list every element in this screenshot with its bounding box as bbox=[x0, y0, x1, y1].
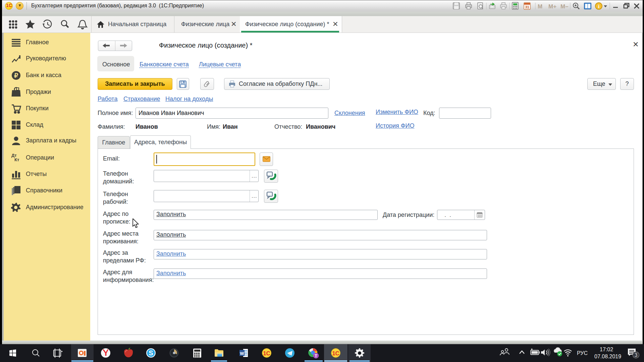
svg-text:17:02: 17:02 bbox=[600, 347, 613, 352]
svg-text:07.08.2019: 07.08.2019 bbox=[594, 354, 621, 359]
svg-text:1С: 1С bbox=[263, 350, 270, 357]
svg-text:₽: ₽ bbox=[14, 72, 18, 79]
svg-text:31: 31 bbox=[525, 5, 529, 9]
svg-text:i: i bbox=[598, 4, 599, 9]
svg-text:W: W bbox=[240, 351, 244, 356]
svg-text:1С: 1С bbox=[332, 350, 339, 357]
svg-text:S: S bbox=[149, 349, 153, 357]
svg-text:3: 3 bbox=[635, 352, 638, 358]
svg-text:РУС: РУС bbox=[577, 350, 588, 356]
svg-text:M+: M+ bbox=[548, 3, 556, 10]
svg-text:M–: M– bbox=[560, 3, 569, 10]
svg-text:Кт: Кт bbox=[14, 157, 19, 162]
svg-text:T: T bbox=[315, 354, 317, 358]
svg-text:M: M bbox=[538, 3, 542, 10]
